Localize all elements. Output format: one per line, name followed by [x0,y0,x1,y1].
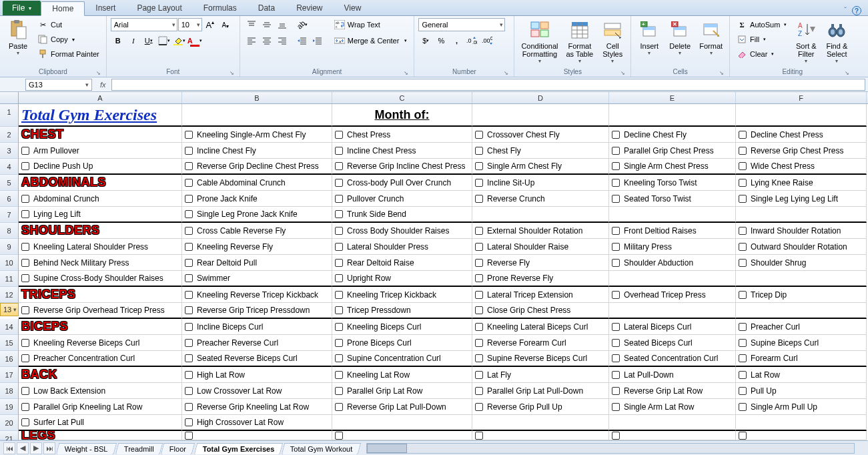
row-header[interactable]: 15 [0,335,19,351]
row-header[interactable]: 2 [0,127,19,143]
col-header[interactable]: B [182,92,332,103]
cell[interactable]: TRICEPS [19,287,182,303]
cell[interactable]: Reverse Grip Pull Up [472,399,609,415]
tab-view[interactable]: View [334,1,372,15]
cell[interactable]: Kneeling Lateral Biceps Curl [472,319,609,335]
sheet-nav-prev[interactable]: ◀ [17,442,29,454]
cell[interactable]: Lateral Tricep Extension [472,287,609,303]
cell[interactable]: Chest Press [332,127,472,143]
cell[interactable] [472,104,609,127]
row-header[interactable]: 20 [0,415,19,431]
cell[interactable] [736,303,867,319]
row-header[interactable]: 19 [0,399,19,415]
cell[interactable]: External Shoulder Rotation [472,223,609,239]
cell[interactable]: Kneeling Reverse Fly [182,239,332,255]
cell[interactable]: Arm Pullover [19,143,182,159]
cell[interactable]: Shoulder Abduction [609,255,736,271]
cell[interactable]: Supine Cross-Body Shoulder Raises [19,271,182,287]
sort-filter-button[interactable]: AZSort & Filter▾ [792,18,820,65]
cell[interactable]: Reverse Grip Lat Pull-Down [332,399,472,415]
cell[interactable]: BICEPS [19,319,182,335]
cell[interactable]: Reverse Grip Lat Row [609,383,736,399]
cell[interactable]: Behind Neck Military Press [19,255,182,271]
sheet-tab[interactable]: Floor [161,443,195,454]
name-box[interactable]: G13 [25,79,92,91]
cell[interactable]: Lying Knee Raise [736,175,867,191]
row-header[interactable]: 11 [0,271,19,287]
increase-indent-button[interactable] [310,34,325,47]
cell[interactable] [609,271,736,287]
cell[interactable]: Kneeling Single-Arm Chest Fly [182,127,332,143]
accounting-button[interactable]: $▾ [418,34,433,47]
cell[interactable]: Cross Body Shoulder Raises [332,223,472,239]
cell[interactable]: Lateral Shoulder Raise [472,239,609,255]
cell[interactable] [182,431,332,440]
cell[interactable]: Reverse Grip Tricep Pressdown [182,303,332,319]
cell[interactable]: High Crossover Lat Row [182,415,332,431]
cell[interactable]: Single Leg Prone Jack Knife [182,207,332,223]
tab-formulas[interactable]: Formulas [193,1,248,15]
cell[interactable]: Single Arm Pull Up [736,399,867,415]
row-header[interactable]: 5 [0,175,19,191]
col-header[interactable]: D [472,92,609,103]
decrease-decimal-button[interactable]: .00.0 [480,34,494,47]
cell[interactable]: Shoulder Shrug [736,255,867,271]
row-header[interactable]: 12 [0,287,19,303]
cell[interactable]: Prone Reverse Fly [472,271,609,287]
row-header[interactable]: 6 [0,191,19,207]
cell[interactable] [332,431,472,440]
cell[interactable]: Seated Concentration Curl [609,351,736,367]
orientation-button[interactable]: ab▾ [295,18,310,31]
cell[interactable]: Crossover Chest Fly [472,127,609,143]
align-left-button[interactable] [244,34,259,47]
row-header[interactable]: 7 [0,207,19,223]
cell[interactable]: Reverse Grip Chest Press [736,143,867,159]
cell[interactable]: Prone Jack Knife [182,191,332,207]
cell[interactable]: Incline Biceps Curl [182,319,332,335]
cell[interactable]: Rear Deltoid Pull [182,255,332,271]
percent-button[interactable]: % [434,34,448,47]
insert-button[interactable]: +Insert▾ [635,18,663,57]
sheet-tab[interactable]: Treadmill [115,443,162,454]
paste-button[interactable]: Paste▾ [4,18,32,57]
cell[interactable]: Outward Shoulder Rotation [736,239,867,255]
cell[interactable]: LEGS [19,431,182,440]
horizontal-scrollbar[interactable] [366,443,855,454]
col-header[interactable]: A [19,92,182,103]
cell[interactable]: Pullover Crunch [332,191,472,207]
row-header[interactable]: 18 [0,383,19,399]
file-tab[interactable]: File▾ [3,1,41,15]
cell[interactable]: Incline Sit-Up [472,175,609,191]
cell[interactable]: Cross Cable Reverse Fly [182,223,332,239]
cell[interactable]: Incline Chest Press [332,143,472,159]
cell[interactable]: Cable Abdominal Crunch [182,175,332,191]
row-header[interactable]: 17 [0,367,19,383]
row-header[interactable]: 4 [0,159,19,175]
cell[interactable]: Lat Pull-Down [609,367,736,383]
bold-button[interactable]: B [111,34,125,47]
cell[interactable] [609,415,736,431]
minimize-ribbon-icon[interactable]: ˇ [844,6,847,15]
align-right-button[interactable] [275,34,290,47]
cell[interactable]: Reverse Crunch [472,191,609,207]
select-all-corner[interactable] [0,92,19,103]
cell[interactable]: Prone Biceps Curl [332,335,472,351]
tab-home[interactable]: Home [41,1,85,16]
comma-button[interactable]: , [449,34,464,47]
fill-color-button[interactable]: ▾ [172,34,187,47]
grow-font-button[interactable]: A▴ [203,18,218,31]
cell[interactable]: Single Leg Lying Leg Lift [736,191,867,207]
cell[interactable]: Reverse Grip Decline Chest Press [182,159,332,175]
cell[interactable]: Kneeling Lateral Shoulder Press [19,239,182,255]
row-header[interactable]: 21 [0,431,19,440]
cell[interactable]: Tricep Pressdown [332,303,472,319]
cell[interactable]: Preacher Concentration Curl [19,351,182,367]
cell[interactable]: Single Arm Chest Fly [472,159,609,175]
cell[interactable] [472,431,609,440]
shrink-font-button[interactable]: A▾ [218,18,233,31]
increase-decimal-button[interactable]: .0.00 [464,34,479,47]
cell[interactable] [609,104,736,127]
cell[interactable] [736,271,867,287]
tab-review[interactable]: Review [286,1,333,15]
delete-button[interactable]: ✕Delete▾ [666,18,694,57]
